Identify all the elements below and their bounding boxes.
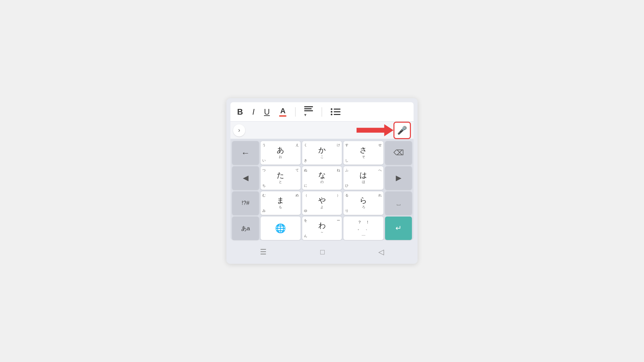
key-ta-main: た xyxy=(277,172,284,179)
kana-toggle-key[interactable]: あa xyxy=(232,217,259,240)
menu-nav-button[interactable]: ☰ xyxy=(260,248,267,256)
keys-row-2: ◀ つ て た と ち ぬ ね な の に ふ へ は ほ ひ xyxy=(230,166,414,190)
key-a-sub-left: う xyxy=(262,143,266,147)
key-ya[interactable]: （ ） や よ ゆ xyxy=(302,191,342,215)
key-ya-main: や xyxy=(318,197,326,204)
text-format-group: B I U A xyxy=(236,106,287,118)
list-row-1 xyxy=(331,108,340,110)
microphone-icon: 🎤 xyxy=(397,126,407,135)
italic-button[interactable]: I xyxy=(252,106,255,118)
key-ma-sub-tl: み xyxy=(262,208,266,213)
key-ra-sub-tl: り xyxy=(345,208,348,213)
key-na[interactable]: ぬ ね な の に xyxy=(302,166,342,190)
space-key[interactable]: ⎵ xyxy=(385,191,412,215)
left-arrow-key[interactable]: ◀ xyxy=(232,166,259,190)
list-dot-3 xyxy=(331,114,332,115)
key-ka-main: か xyxy=(318,146,326,154)
arrow-body xyxy=(357,124,393,136)
key-ma-main: ま xyxy=(277,197,284,204)
key-ma-sub-bottom: も xyxy=(279,205,282,209)
key-ra-main: ら xyxy=(360,197,367,204)
key-ta[interactable]: つ て た と ち xyxy=(261,166,301,190)
key-wa-sub-left: を xyxy=(304,218,307,223)
key-ya-sub-tl: ゆ xyxy=(304,208,307,213)
key-ya-sub-left: （ xyxy=(304,193,307,198)
bold-button[interactable]: B xyxy=(236,106,244,118)
key-a-sub-bottom: お xyxy=(279,155,282,159)
home-nav-button[interactable]: □ xyxy=(320,248,325,256)
bottom-navigation: ☰ □ ◁ xyxy=(230,242,414,260)
key-ha-sub-tl: ひ xyxy=(345,183,348,188)
key-punctuation[interactable]: ？ ！。 、… xyxy=(343,217,383,240)
key-sa[interactable]: す せ さ そ し xyxy=(343,141,383,165)
key-globe[interactable]: 🌐 xyxy=(261,217,301,240)
red-arrow-indicator xyxy=(357,124,393,136)
key-a[interactable]: う え あ お い xyxy=(261,141,301,165)
align-line-2 xyxy=(304,108,312,109)
key-sa-sub-tl: し xyxy=(345,158,348,163)
key-ka-sub-left: く xyxy=(304,143,307,147)
list-button[interactable] xyxy=(330,107,341,117)
list-row-2 xyxy=(331,111,340,113)
key-a-main: あ xyxy=(277,146,284,154)
key-ha-sub-bottom: ほ xyxy=(362,180,365,184)
left-arrow-icon: ◀ xyxy=(243,174,249,182)
text-color-letter: A xyxy=(280,107,285,115)
kana-toggle-label: あa xyxy=(241,225,250,232)
text-color-button[interactable]: A xyxy=(278,106,287,118)
toolbar-divider-2 xyxy=(322,107,322,117)
key-wa-sub-tl: ん xyxy=(304,234,307,238)
key-ka-sub-tl: き xyxy=(304,158,307,163)
text-color-bar xyxy=(279,115,286,117)
align-line-1 xyxy=(304,106,313,107)
suggestion-chevron-button[interactable]: › xyxy=(233,124,245,136)
key-ma-sub-left: む xyxy=(262,193,266,198)
backspace-key[interactable]: ← xyxy=(232,141,259,165)
key-ta-sub-right: て xyxy=(296,168,299,173)
align-chevron: ▾ xyxy=(304,112,307,117)
back-nav-button[interactable]: ◁ xyxy=(378,248,384,256)
key-sa-sub-left: す xyxy=(345,143,348,147)
key-ka-sub-bottom: こ xyxy=(320,155,324,159)
align-button[interactable]: ▾ xyxy=(304,105,314,119)
key-ka[interactable]: く け か こ き xyxy=(302,141,342,165)
key-punctuation-chars: ？ ！。 、… xyxy=(358,219,370,237)
symbols-key[interactable]: !?# xyxy=(232,191,259,215)
key-wa-sub-bottom: ～ xyxy=(320,230,324,235)
symbols-label: !?# xyxy=(241,200,250,206)
key-ha-main: は xyxy=(360,172,367,179)
key-wa-sub-right: ー xyxy=(337,218,340,223)
keys-row-4: あa 🌐 を ー わ ～ ん ？ ！。 、… ↵ xyxy=(230,217,414,240)
key-ha-sub-left: ふ xyxy=(345,168,348,173)
enter-key[interactable]: ↵ xyxy=(385,217,412,240)
keys-row-3: !?# む め ま も み （ ） や よ ゆ る れ ら ろ り xyxy=(230,191,414,215)
list-line-2 xyxy=(334,111,340,112)
underline-button[interactable]: U xyxy=(263,106,270,118)
key-ha[interactable]: ふ へ は ほ ひ xyxy=(343,166,383,190)
key-na-main: な xyxy=(318,172,326,179)
key-ra[interactable]: る れ ら ろ り xyxy=(343,191,383,215)
key-ha-sub-right: へ xyxy=(378,168,382,173)
key-ta-sub-left: つ xyxy=(262,168,266,173)
key-wa-main: わ xyxy=(318,222,326,229)
microphone-button[interactable]: 🎤 xyxy=(393,122,411,139)
globe-icon: 🌐 xyxy=(275,223,286,234)
list-line xyxy=(334,109,340,110)
key-na-sub-tl: に xyxy=(304,183,307,188)
keys-row-1: ← う え あ お い く け か こ き す せ さ そ し xyxy=(230,141,414,165)
key-ya-sub-bottom: よ xyxy=(320,205,324,209)
formatting-toolbar: B I U A ▾ xyxy=(230,102,414,122)
key-na-sub-bottom: の xyxy=(320,180,324,184)
key-ra-sub-bottom: ろ xyxy=(362,205,365,209)
suggestion-bar: › 🎤 xyxy=(230,122,414,139)
key-wa[interactable]: を ー わ ～ ん xyxy=(302,217,342,240)
toolbar-divider-1 xyxy=(295,107,296,117)
key-ta-sub-tl: ち xyxy=(262,183,266,188)
delete-key[interactable]: ⌫ xyxy=(385,141,412,165)
key-sa-main: さ xyxy=(360,146,367,154)
key-na-sub-right: ね xyxy=(337,168,340,173)
enter-icon: ↵ xyxy=(395,224,401,233)
space-icon: ⎵ xyxy=(397,200,400,207)
key-ma[interactable]: む め ま も み xyxy=(261,191,301,215)
right-arrow-key[interactable]: ▶ xyxy=(385,166,412,190)
